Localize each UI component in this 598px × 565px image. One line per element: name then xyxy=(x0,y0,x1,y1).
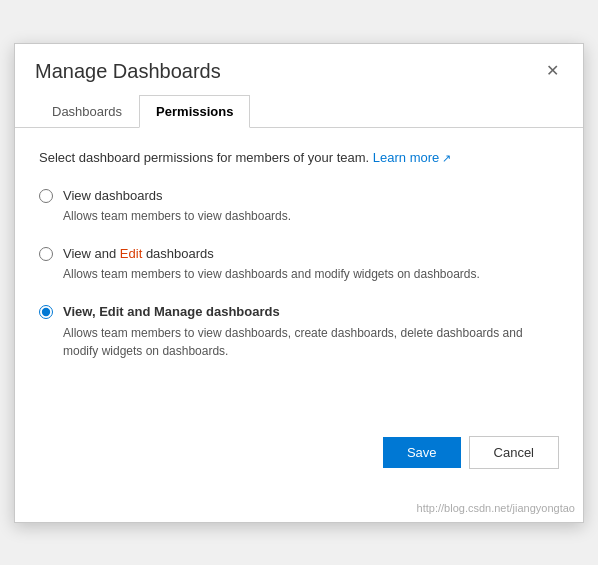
permission-radio-view-edit[interactable] xyxy=(39,247,53,261)
tab-dashboards[interactable]: Dashboards xyxy=(35,95,139,128)
dialog-title-bar: Manage Dashboards ✕ xyxy=(15,44,583,95)
permission-description-view-edit: Allows team members to view dashboards a… xyxy=(63,265,480,283)
permission-option-view-edit-manage: View, Edit and Manage dashboards Allows … xyxy=(39,303,559,359)
dialog-content: Select dashboard permissions for members… xyxy=(15,128,583,400)
permission-label-view[interactable]: View dashboards xyxy=(63,187,291,205)
permission-description-view-edit-manage: Allows team members to view dashboards, … xyxy=(63,324,559,360)
tab-permissions[interactable]: Permissions xyxy=(139,95,250,128)
dialog-footer: Save Cancel xyxy=(15,420,583,485)
close-button[interactable]: ✕ xyxy=(542,61,563,81)
description-text: Select dashboard permissions for members… xyxy=(39,148,559,168)
permission-radio-view-edit-manage[interactable] xyxy=(39,305,53,319)
permission-option-view-edit: View and Edit dashboards Allows team mem… xyxy=(39,245,559,283)
learn-more-link[interactable]: Learn more xyxy=(373,150,452,165)
permission-option-view: View dashboards Allows team members to v… xyxy=(39,187,559,225)
permission-label-view-edit[interactable]: View and Edit dashboards xyxy=(63,245,480,263)
permission-description-view: Allows team members to view dashboards. xyxy=(63,207,291,225)
permission-label-view-edit-manage[interactable]: View, Edit and Manage dashboards xyxy=(63,303,559,321)
watermark: http://blog.csdn.net/jiangyongtao xyxy=(417,502,575,514)
permission-radio-view[interactable] xyxy=(39,189,53,203)
manage-dashboards-dialog: Manage Dashboards ✕ Dashboards Permissio… xyxy=(14,43,584,523)
save-button[interactable]: Save xyxy=(383,437,461,468)
cancel-button[interactable]: Cancel xyxy=(469,436,559,469)
dialog-title: Manage Dashboards xyxy=(35,60,221,83)
tabs-bar: Dashboards Permissions xyxy=(15,95,583,128)
